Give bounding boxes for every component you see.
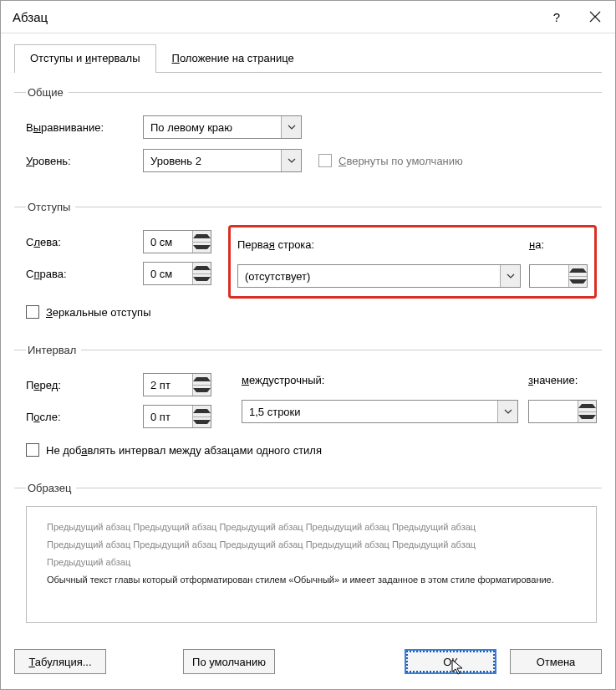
dialog-title: Абзац <box>13 10 48 24</box>
line-spacing-at-spinner[interactable] <box>528 400 597 423</box>
ok-button[interactable]: ОК <box>405 649 496 674</box>
spin-down-icon[interactable] <box>569 276 587 288</box>
chevron-down-icon <box>497 401 517 422</box>
spacing-before-spinner[interactable]: 2 пт <box>143 373 211 396</box>
alignment-select[interactable]: По левому краю <box>143 115 302 139</box>
chevron-down-icon <box>500 265 520 287</box>
group-preview: Образец Предыдущий абзац Предыдущий абза… <box>14 482 602 626</box>
indent-right-value: 0 см <box>150 268 172 280</box>
mirror-indents-checkbox[interactable] <box>26 305 39 319</box>
spin-down-icon[interactable] <box>193 385 211 396</box>
spin-up-icon[interactable] <box>569 265 587 276</box>
spin-up-icon[interactable] <box>193 406 211 417</box>
tab-indents[interactable]: Отступы и интервалы <box>14 44 156 73</box>
spin-up-icon[interactable] <box>578 401 596 411</box>
first-line-by-label: на: <box>529 238 588 251</box>
spin-down-icon[interactable] <box>193 273 211 285</box>
level-label: Уровень: <box>26 155 143 167</box>
default-button[interactable]: По умолчанию <box>183 649 275 674</box>
default-button-label: По умолчанию <box>192 656 266 668</box>
spacing-before-value: 2 пт <box>150 379 171 391</box>
group-indent: Отступы Слева: 0 см Справа: 0 см <box>14 201 602 329</box>
indent-right-spinner[interactable]: 0 см <box>143 262 211 285</box>
close-icon <box>589 11 601 23</box>
indent-left-value: 0 см <box>150 236 172 248</box>
group-spacing: Интервал Перед: 2 пт После: 0 пт <box>14 344 602 467</box>
spacing-after-label: После: <box>26 411 143 423</box>
chevron-down-icon <box>281 150 301 171</box>
close-button[interactable] <box>583 8 607 26</box>
tabs-button[interactable]: Табуляция... <box>14 649 106 674</box>
preview-box: Предыдущий абзац Предыдущий абзац Предыд… <box>26 506 597 623</box>
first-line-select[interactable]: (отсутствует) <box>237 264 521 288</box>
ok-button-label: ОК <box>443 656 458 668</box>
help-button[interactable]: ? <box>545 8 568 26</box>
preview-prev-paragraph: Предыдущий абзац <box>47 554 576 571</box>
cancel-button-label: Отмена <box>537 656 576 668</box>
no-space-label: Не добавлять интервал между абзацами одн… <box>46 444 322 457</box>
line-spacing-value: 1,5 строки <box>249 406 301 418</box>
spacing-before-label: Перед: <box>26 379 143 391</box>
group-indent-legend: Отступы <box>26 201 75 213</box>
first-line-highlight: Первая строка: на: (отсутствует) <box>228 225 597 299</box>
preview-current-paragraph: Обычный текст главы который отформатиров… <box>47 571 576 589</box>
tabs-button-label: Табуляция... <box>28 656 91 668</box>
tab-position-label: Положение на странице <box>172 52 294 64</box>
level-value: Уровень 2 <box>150 155 201 167</box>
preview-prev-paragraph: Предыдущий абзац Предыдущий абзац Предыд… <box>47 519 576 536</box>
spin-up-icon[interactable] <box>193 263 211 273</box>
spin-down-icon[interactable] <box>578 411 596 423</box>
collapsed-checkbox <box>318 154 332 167</box>
alignment-label: Выравнивание: <box>26 121 143 134</box>
cancel-button[interactable]: Отмена <box>510 649 602 674</box>
tab-indents-label: Отступы и интервалы <box>30 52 140 64</box>
first-line-label: Первая строка: <box>237 238 314 251</box>
preview-prev-paragraph: Предыдущий абзац Предыдущий абзац Предыд… <box>47 536 576 554</box>
group-general-legend: Общие <box>26 86 69 99</box>
footer: Табуляция... По умолчанию ОК Отмена <box>1 637 615 689</box>
spin-down-icon[interactable] <box>193 242 211 253</box>
line-spacing-select[interactable]: 1,5 строки <box>242 400 518 423</box>
spacing-after-spinner[interactable]: 0 пт <box>143 405 211 428</box>
spin-up-icon[interactable] <box>193 374 211 385</box>
first-line-value: (отсутствует) <box>245 270 310 283</box>
paragraph-dialog: Абзац ? Отступы и интервалы Положение на… <box>0 0 616 690</box>
mirror-indents-label: Зеркальные отступы <box>46 306 150 319</box>
indent-left-spinner[interactable]: 0 см <box>143 230 211 253</box>
indent-right-label: Справа: <box>26 268 143 280</box>
no-space-checkbox[interactable] <box>26 443 39 457</box>
group-spacing-legend: Интервал <box>26 344 81 356</box>
tab-position[interactable]: Положение на странице <box>156 44 310 73</box>
collapsed-label: Свернуты по умолчанию <box>339 155 463 167</box>
line-spacing-label: междустрочный: <box>242 374 324 386</box>
spacing-after-value: 0 пт <box>150 411 171 423</box>
group-preview-legend: Образец <box>26 482 76 494</box>
line-spacing-at-label: значение: <box>528 374 597 386</box>
indent-left-label: Слева: <box>26 236 143 248</box>
group-general: Общие Выравнивание: По левому краю Урове… <box>14 86 602 186</box>
titlebar: Абзац ? <box>1 1 615 33</box>
first-line-by-spinner[interactable] <box>529 264 588 288</box>
tabs: Отступы и интервалы Положение на страниц… <box>14 43 602 73</box>
spin-up-icon[interactable] <box>193 231 211 242</box>
alignment-value: По левому краю <box>150 121 232 134</box>
level-select[interactable]: Уровень 2 <box>143 149 302 172</box>
chevron-down-icon <box>281 116 301 138</box>
spin-down-icon[interactable] <box>193 417 211 428</box>
